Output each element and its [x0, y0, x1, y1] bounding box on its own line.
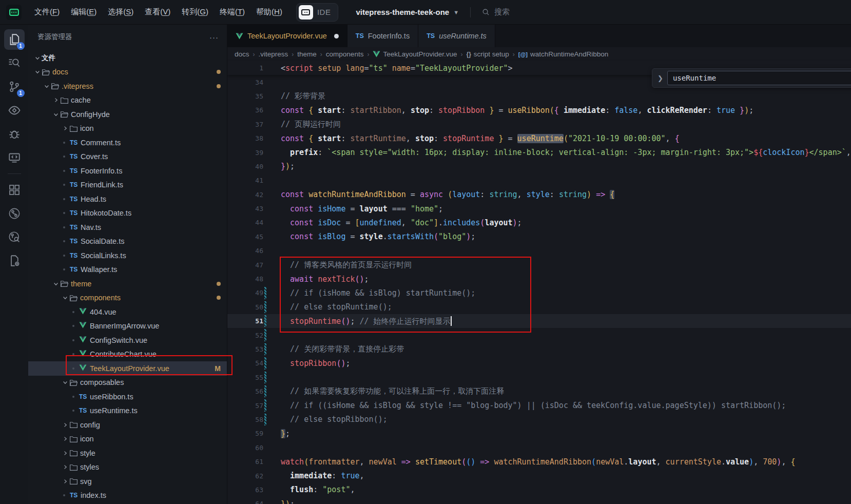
- grid-icon[interactable]: [3, 178, 26, 202]
- tree-item-icon[interactable]: icon: [28, 122, 227, 136]
- code-text: // 彩带背景: [281, 91, 325, 101]
- code-line-53[interactable]: 53 // 关闭彩带背景，直接停止彩带: [227, 342, 851, 356]
- code-line-61[interactable]: 61watch(frontmatter, newVal => setTimeou…: [227, 455, 851, 469]
- tree-item-Head.ts[interactable]: TSHead.ts: [28, 192, 227, 206]
- project-selector[interactable]: vitepress-theme-teek-one ▼: [356, 8, 459, 16]
- explorer-icon[interactable]: 1: [3, 28, 26, 51]
- code-line-54[interactable]: 54 stopRibbon();: [227, 356, 851, 370]
- tree-item-SocialDate.ts[interactable]: TSSocialDate.ts: [28, 235, 227, 249]
- tree-item-components[interactable]: components: [28, 291, 227, 305]
- menu-e[interactable]: 编辑(E): [65, 4, 102, 20]
- menu-f[interactable]: 文件(F): [29, 4, 65, 20]
- code-line-45[interactable]: 45 const isBlog = style.startsWith("blog…: [227, 230, 851, 244]
- eye-icon[interactable]: [3, 99, 26, 122]
- code-line-62[interactable]: 62 immediate: true,: [227, 469, 851, 482]
- tree-item-styles[interactable]: styles: [28, 460, 227, 475]
- tree-item-TeekLayoutProvider.vue[interactable]: TeekLayoutProvider.vueM: [28, 361, 227, 376]
- file-gear-icon[interactable]: [3, 249, 26, 273]
- code-line-51[interactable]: 51 stopRuntime(); // 始终停止运行时间显示: [227, 314, 851, 328]
- code-line-55[interactable]: 55: [227, 371, 851, 384]
- tree-item-cache[interactable]: cache: [28, 93, 227, 108]
- tree-item-docs[interactable]: docs: [28, 65, 227, 80]
- breadcrumb-item-TeekLayoutProvider.vue[interactable]: TeekLayoutProvider.vue: [373, 50, 457, 58]
- code-line-48[interactable]: 48 await nextTick();: [227, 272, 851, 286]
- tree-item-theme[interactable]: theme: [28, 277, 227, 291]
- menu-s[interactable]: 选择(S): [102, 4, 139, 20]
- tree-item-ContributeChart.vue[interactable]: ContributeChart.vue: [28, 347, 227, 362]
- code-line-60[interactable]: 60: [227, 441, 851, 455]
- tab-useRuntime.ts[interactable]: TSuseRuntime.ts: [418, 25, 495, 47]
- tree-item-BannerImgArrow.vue[interactable]: BannerImgArrow.vue: [28, 319, 227, 334]
- code-line-43[interactable]: 43 const isHome = layout === "home";: [227, 202, 851, 216]
- tab-TeekLayoutProvider.vue[interactable]: TeekLayoutProvider.vue: [227, 25, 347, 47]
- ide-chip[interactable]: IDE: [296, 3, 339, 22]
- more-actions-icon[interactable]: ···: [209, 33, 219, 42]
- code-line-50[interactable]: 50 // else stopRuntime();: [227, 300, 851, 314]
- code-line-57[interactable]: 57 // if ((isHome && isBlog && style !==…: [227, 398, 851, 412]
- tree-item-useRibbon.ts[interactable]: TSuseRibbon.ts: [28, 390, 227, 404]
- code-line-38[interactable]: 38const { start: startRuntime, stop: sto…: [227, 131, 851, 145]
- remote-window-icon[interactable]: [3, 146, 26, 169]
- breadcrumb-item-docs[interactable]: docs: [235, 50, 249, 58]
- code-line-41[interactable]: 41: [227, 173, 851, 187]
- find-input[interactable]: useRuntime Aa ab .*: [667, 71, 851, 85]
- code-line-39[interactable]: 39 prefix: `<span style="width: 16px; di…: [227, 145, 851, 159]
- code-line-42[interactable]: 42const watchRuntimeAndRibbon = async (l…: [227, 188, 851, 202]
- source-control-icon[interactable]: 1: [3, 75, 26, 99]
- code-line-64[interactable]: 64});: [227, 497, 851, 504]
- tree-item-SocialLinks.ts[interactable]: TSSocialLinks.ts: [28, 248, 227, 263]
- menu-h[interactable]: 帮助(H): [250, 4, 288, 20]
- find-toggle-replace-icon[interactable]: ❯: [657, 74, 663, 82]
- unsaved-dot-icon[interactable]: [334, 34, 339, 38]
- code-line-52[interactable]: 52: [227, 328, 851, 342]
- breadcrumb-item-script-setup[interactable]: {}script setup: [466, 50, 509, 58]
- breadcrumb-item-watchRuntimeAndRibbon[interactable]: [@]watchRuntimeAndRibbon: [518, 50, 608, 58]
- code-line-63[interactable]: 63 flush: "post",: [227, 483, 851, 497]
- tree-item-Wallaper.ts[interactable]: TSWallaper.ts: [28, 263, 227, 277]
- code-line-47[interactable]: 47 // 博客类风格的首页显示运行时间: [227, 258, 851, 272]
- project-circle-icon[interactable]: [3, 202, 26, 225]
- code-line-46[interactable]: 46: [227, 244, 851, 258]
- tree-item-Comment.ts[interactable]: TSComment.ts: [28, 135, 227, 150]
- code-line-40[interactable]: 40});: [227, 160, 851, 173]
- breadcrumb-item-components[interactable]: components: [326, 50, 364, 58]
- menu-t[interactable]: 终端(T): [214, 4, 250, 20]
- tree-item-icon[interactable]: icon: [28, 432, 227, 447]
- tree-item-.vitepress[interactable]: .vitepress: [28, 79, 227, 93]
- tree-item-Cover.ts[interactable]: TSCover.ts: [28, 150, 227, 164]
- code-area[interactable]: 1<script setup lang="ts" name="TeekLayou…: [227, 61, 851, 504]
- tree-item-Nav.ts[interactable]: TSNav.ts: [28, 220, 227, 235]
- tab-FooterInfo.ts[interactable]: TSFooterInfo.ts: [347, 25, 418, 47]
- tree-item-ConfigHyde[interactable]: ConfigHyde: [28, 107, 227, 122]
- tree-item-ConfigSwitch.vue[interactable]: ConfigSwitch.vue: [28, 333, 227, 347]
- code-line-56[interactable]: 56 // 如果需要恢复彩带功能，可以注释上面一行，取消下面注释: [227, 384, 851, 398]
- debug-icon[interactable]: [3, 122, 26, 146]
- tree-section---[interactable]: 文件: [28, 51, 227, 65]
- search-icon[interactable]: [3, 51, 26, 75]
- tree-item-svg[interactable]: svg: [28, 474, 227, 489]
- code-line-37[interactable]: 37// 页脚运行时间: [227, 118, 851, 131]
- code-line-44[interactable]: 44 const isDoc = [undefined, "doc"].incl…: [227, 216, 851, 229]
- menu-g[interactable]: 转到(G): [176, 4, 214, 20]
- tree-item-useRuntime.ts[interactable]: TSuseRuntime.ts: [28, 404, 227, 418]
- tree-item-index.ts[interactable]: TSindex.ts: [28, 489, 227, 503]
- code-line-36[interactable]: 36const { start: startRibbon, stop: stop…: [227, 103, 851, 117]
- breadcrumb[interactable]: docs›.vitepress›theme›components›TeekLay…: [227, 47, 851, 61]
- code-line-59[interactable]: 59};: [227, 427, 851, 440]
- breadcrumb-item-theme[interactable]: theme: [297, 50, 317, 58]
- code-line-35[interactable]: 35// 彩带背景: [227, 89, 851, 103]
- titlebar-search[interactable]: 搜索: [482, 7, 510, 17]
- tree-item-FooterInfo.ts[interactable]: TSFooterInfo.ts: [28, 164, 227, 178]
- tree-item-composables[interactable]: composables: [28, 376, 227, 390]
- tree-item-style[interactable]: style: [28, 446, 227, 460]
- code-line-49[interactable]: 49 // if (isHome && isBlog) startRuntime…: [227, 286, 851, 300]
- app-logo-icon[interactable]: [6, 5, 22, 20]
- menu-v[interactable]: 查看(V): [139, 4, 176, 20]
- tree-item-config[interactable]: config: [28, 418, 227, 432]
- code-line-58[interactable]: 58 // else stopRibbon();: [227, 413, 851, 427]
- tree-item-FriendLink.ts[interactable]: TSFriendLink.ts: [28, 178, 227, 192]
- tree-item-404.vue[interactable]: 404.vue: [28, 305, 227, 319]
- breadcrumb-item-.vitepress[interactable]: .vitepress: [259, 50, 288, 58]
- graph-search-icon[interactable]: [3, 225, 26, 249]
- tree-item-HitokotoDate.ts[interactable]: TSHitokotoDate.ts: [28, 206, 227, 221]
